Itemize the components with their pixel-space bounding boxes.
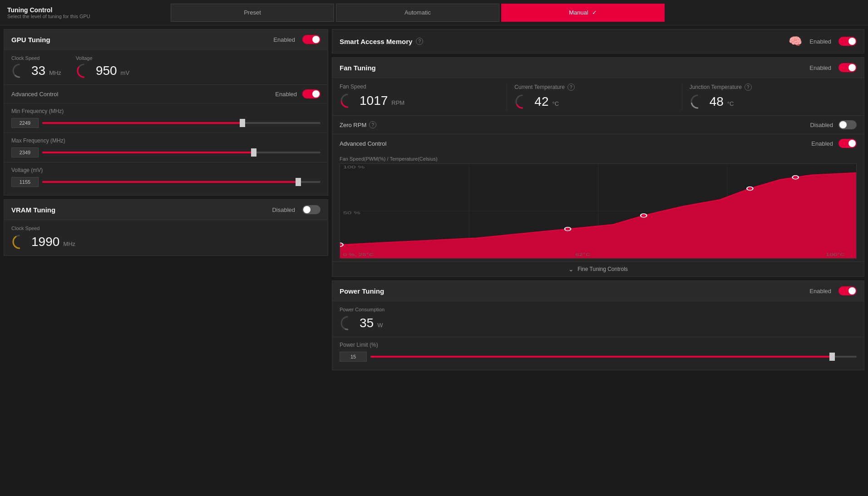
clock-speed-metric: Clock Speed 33 MHz bbox=[11, 55, 61, 79]
fan-speed-label: Fan Speed bbox=[340, 83, 366, 90]
sam-info-icon[interactable]: ? bbox=[416, 38, 423, 45]
app-subtitle: Select the level of tuning for this GPU bbox=[7, 14, 171, 19]
fan-point-2[interactable] bbox=[565, 227, 571, 231]
y-50-label: 50 % bbox=[343, 210, 360, 215]
tab-manual[interactable]: Manual ✓ bbox=[501, 4, 665, 22]
fan-tuning-toggle[interactable] bbox=[838, 63, 857, 72]
vram-tuning-card: VRAM Tuning Disabled Clock Speed 1990 bbox=[4, 199, 328, 256]
power-tuning-title: Power Tuning bbox=[340, 287, 384, 295]
gpu-tuning-title: GPU Tuning bbox=[11, 36, 50, 44]
zero-rpm-status: Disabled bbox=[810, 122, 833, 128]
zero-rpm-row: Zero RPM ? Disabled bbox=[332, 115, 864, 134]
fine-tuning-row[interactable]: ⌄ Fine Tuning Controls bbox=[332, 261, 864, 276]
fan-advanced-right: Enabled bbox=[811, 139, 857, 148]
vram-clock-unit: MHz bbox=[63, 241, 75, 247]
fan-speed-value-row: 1017 RPM bbox=[340, 93, 499, 109]
power-tuning-toggle[interactable] bbox=[838, 286, 857, 295]
min-freq-slider-row: 2249 bbox=[11, 118, 321, 128]
power-limit-label: Power Limit (%) bbox=[340, 342, 857, 348]
vram-disabled-label: Disabled bbox=[272, 206, 295, 213]
power-unit: W bbox=[377, 322, 383, 329]
fan-enabled-label: Enabled bbox=[809, 64, 831, 71]
left-panel: GPU Tuning Enabled Clock Speed bbox=[4, 29, 328, 370]
power-limit-value-box[interactable]: 15 bbox=[340, 352, 367, 362]
fan-chart-area: Fan Speed(PWM(%) / Temperature(Celsius) bbox=[332, 152, 864, 261]
vram-tuning-header: VRAM Tuning Disabled bbox=[4, 200, 328, 220]
x-start-label: 0 %, 25°C bbox=[343, 252, 374, 257]
current-temp-gauge bbox=[514, 93, 531, 110]
voltage-mv-value-box[interactable]: 1155 bbox=[11, 177, 39, 187]
max-freq-value-box[interactable]: 2349 bbox=[11, 147, 39, 157]
current-temp-unit: °C bbox=[552, 100, 559, 107]
advanced-control-label: Advanced Control bbox=[11, 91, 58, 98]
max-freq-fill bbox=[42, 152, 254, 153]
fan-chart-container[interactable]: 100 % 50 % 0 %, 25°C 62°C 100°C bbox=[340, 163, 857, 259]
sam-title: Smart Access Memory bbox=[340, 38, 412, 45]
vram-tuning-toggle[interactable] bbox=[302, 205, 321, 214]
fan-advanced-status: Enabled bbox=[811, 140, 833, 147]
vram-gauge bbox=[11, 234, 28, 250]
app-title: Tuning Control bbox=[7, 6, 171, 14]
right-panel: Smart Access Memory ? 🧠 Enabled Fan Tuni… bbox=[332, 29, 864, 370]
gpu-metrics-row: Clock Speed 33 MHz Voltage bbox=[4, 50, 328, 84]
current-temp-metric: Current Temperature ? 42 °C bbox=[507, 83, 681, 110]
junction-temp-metric: Junction Temperature ? 48 °C bbox=[682, 83, 857, 110]
fan-advanced-control-row: Advanced Control Enabled bbox=[332, 134, 864, 152]
current-temp-info-icon[interactable]: ? bbox=[567, 83, 575, 91]
fan-point-5[interactable] bbox=[793, 176, 799, 179]
fan-point-1[interactable] bbox=[340, 243, 343, 246]
advanced-control-enabled-label: Enabled bbox=[275, 91, 297, 98]
fan-point-4[interactable] bbox=[747, 187, 753, 191]
zero-rpm-right: Disabled bbox=[810, 120, 857, 129]
fan-advanced-toggle[interactable] bbox=[838, 139, 857, 148]
min-freq-value-box[interactable]: 2249 bbox=[11, 118, 39, 128]
junction-temp-label: Junction Temperature bbox=[690, 84, 742, 90]
current-temp-label: Current Temperature bbox=[514, 84, 565, 90]
junction-temp-gauge bbox=[690, 93, 706, 110]
clock-speed-gauge bbox=[11, 63, 28, 79]
fan-metrics: Fan Speed 1017 RPM bbox=[332, 78, 864, 115]
fan-speed-gauge bbox=[340, 93, 356, 109]
current-temp-value: 42 bbox=[534, 94, 548, 109]
sam-brain-icon: 🧠 bbox=[789, 35, 802, 48]
sam-right: Enabled bbox=[809, 37, 857, 46]
zero-rpm-toggle[interactable] bbox=[838, 120, 857, 129]
zero-rpm-info-icon[interactable]: ? bbox=[369, 121, 376, 128]
voltage-mv-track[interactable] bbox=[42, 181, 321, 183]
tab-preset[interactable]: Preset bbox=[171, 4, 334, 22]
min-freq-section: Min Frequency (MHz) 2249 bbox=[4, 103, 328, 133]
clock-speed-unit: MHz bbox=[49, 69, 61, 76]
voltage-label: Voltage bbox=[76, 55, 129, 61]
fan-tuning-card: Fan Tuning Enabled Fan Speed bbox=[332, 57, 864, 277]
voltage-mv-thumb[interactable] bbox=[296, 178, 301, 186]
power-tuning-card: Power Tuning Enabled Power Consumption 3… bbox=[332, 280, 864, 370]
min-freq-label: Min Frequency (MHz) bbox=[11, 108, 321, 114]
chart-label: Fan Speed(PWM(%) / Temperature(Celsius) bbox=[340, 156, 857, 162]
gpu-tuning-header-right: Enabled bbox=[273, 35, 321, 44]
junction-temp-info-icon[interactable]: ? bbox=[745, 83, 752, 91]
fan-speed-metric: Fan Speed 1017 RPM bbox=[340, 83, 507, 110]
main-content: GPU Tuning Enabled Clock Speed bbox=[0, 25, 868, 374]
fan-speed-label-row: Fan Speed bbox=[340, 83, 499, 90]
max-freq-thumb[interactable] bbox=[251, 148, 256, 157]
power-tuning-header: Power Tuning Enabled bbox=[332, 281, 864, 301]
power-limit-thumb[interactable] bbox=[829, 353, 835, 361]
power-limit-track[interactable] bbox=[370, 356, 857, 358]
tab-manual-label: Manual bbox=[569, 9, 588, 16]
sam-toggle[interactable] bbox=[838, 37, 857, 46]
gpu-tuning-toggle[interactable] bbox=[302, 35, 321, 44]
min-freq-track[interactable] bbox=[42, 122, 321, 124]
tab-automatic[interactable]: Automatic bbox=[336, 4, 499, 22]
fan-point-3[interactable] bbox=[641, 214, 646, 217]
junction-temp-unit: °C bbox=[727, 100, 734, 107]
y-100-label: 100 % bbox=[343, 164, 365, 169]
max-freq-track[interactable] bbox=[42, 152, 321, 153]
svg-point-18 bbox=[341, 317, 354, 329]
voltage-unit: mV bbox=[121, 69, 130, 76]
max-freq-label: Max Frequency (MHz) bbox=[11, 138, 321, 144]
advanced-control-row: Advanced Control Enabled bbox=[4, 84, 328, 103]
advanced-control-toggle[interactable] bbox=[302, 89, 321, 98]
x-mid-label: 62°C bbox=[575, 252, 591, 257]
power-consumption-area: Power Consumption 35 W bbox=[332, 301, 864, 337]
min-freq-thumb[interactable] bbox=[240, 119, 245, 127]
